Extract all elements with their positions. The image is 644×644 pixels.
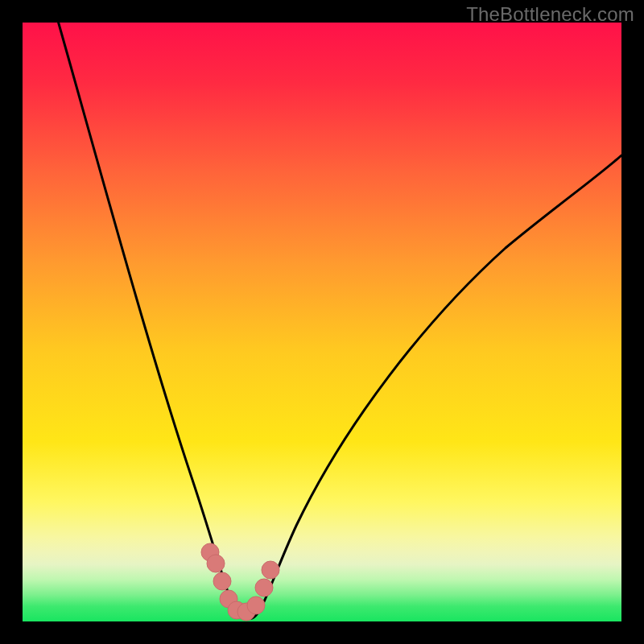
chart-frame: TheBottleneck.com [0,0,644,644]
bottleneck-curve [23,23,621,621]
watermark-text: TheBottleneck.com [466,3,634,26]
plot-area [23,23,621,621]
svg-point-3 [213,572,231,590]
svg-point-7 [247,597,265,614]
optimal-range-points [201,543,279,621]
svg-point-2 [207,555,225,572]
svg-point-9 [262,561,279,579]
svg-point-8 [255,579,273,597]
